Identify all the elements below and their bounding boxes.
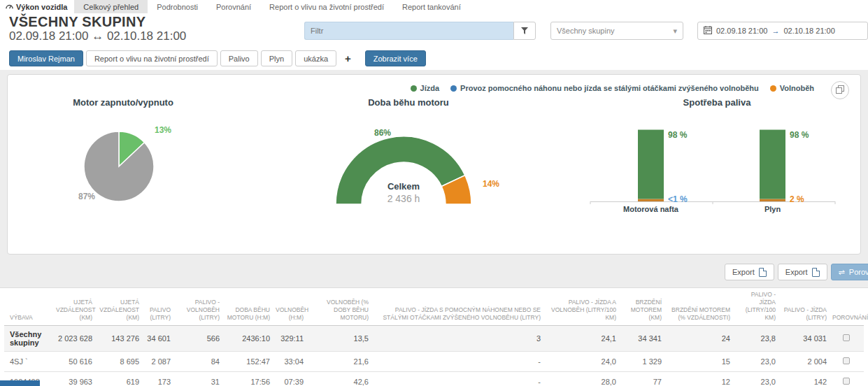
legend-item-2[interactable]: Volnoběh (770, 84, 814, 92)
chart-label: 2 436 h (387, 193, 420, 204)
table-row-0[interactable]: Všechny skupiny2 023 628143 27634 601566… (4, 326, 864, 352)
vehicles-table: VÝBAVAUJETÁ VZDÁLENOST (KM)UJETÁ VZDÁLEN… (4, 288, 864, 386)
filter-input[interactable] (304, 22, 513, 40)
tab-2[interactable]: Porovnání (207, 0, 260, 13)
row-value-0: 39 963 (55, 372, 97, 386)
row-value-6: 13,5 (308, 326, 373, 352)
group-select[interactable]: Všechny skupiny ▾ (550, 22, 683, 40)
pie-chart-title: Motor zapnuto/vypnuto (46, 97, 200, 108)
row-value-5: 329:11 (274, 326, 308, 352)
column-header-13[interactable]: PALIVO - JÍZDA (LITRY) (780, 288, 831, 326)
page-title: VŠECHNY SKUPINY (9, 14, 145, 30)
fuel-button[interactable]: Palivo (220, 50, 258, 66)
gauge-chart-title: Doba běhu motoru (332, 97, 485, 108)
calendar-icon (704, 26, 712, 36)
tab-4[interactable]: Report tankování (393, 0, 470, 13)
chart-legend: JízdaProvoz pomocného náhonu nebo jízda … (411, 84, 814, 92)
legend-label: Volnoběh (780, 84, 814, 92)
row-value-1: 143 276 (97, 326, 143, 352)
row-value-7: - (373, 372, 545, 386)
row-value-1: 619 (97, 372, 143, 386)
row-value-8: 24,0 (545, 352, 620, 372)
tab-3[interactable]: Report o vlivu na životní prostředí (260, 0, 393, 13)
legend-item-1[interactable]: Provoz pomocného náhonu nebo jízda se st… (450, 84, 759, 92)
filter-group (304, 22, 536, 40)
chart-label: Plyn (764, 205, 781, 213)
table-row-2[interactable]: 190440839 9636191733117:5607:3942,6-28,0… (4, 372, 864, 386)
compare-cell (831, 326, 864, 352)
pdf-file-icon (759, 268, 767, 277)
column-header-6[interactable]: VOLNOBĚH (H:M) (274, 288, 308, 326)
legend-dot-icon (411, 85, 417, 92)
copy-icon (836, 84, 844, 96)
charts-panel: 13%87%86%14%Celkem2 436 h98 %<1 %Motorov… (7, 74, 861, 255)
gauge-icon (6, 2, 13, 11)
compare-button[interactable]: ⇌ Porovnání (831, 264, 868, 280)
chart-label: 87% (78, 192, 95, 201)
row-value-8: 28,0 (545, 372, 620, 386)
top-navbar: Výkon vozidla Celkový přehledPodrobnosti… (0, 0, 868, 13)
show-more-button[interactable]: Zobrazit více (365, 50, 426, 66)
column-header-4[interactable]: PALIVO - VOLNOBĚH (LITRY) (175, 288, 224, 326)
column-header-9[interactable]: PALIVO - JÍZDA A VOLNOBĚH (LITRY/100 KM) (545, 288, 620, 326)
date-range-picker[interactable]: 02.09.18 21:00 → 02.10.18 21:00 (697, 22, 868, 40)
chart-label: <1 % (668, 194, 688, 204)
app-title: Výkon vozidla (0, 0, 74, 13)
report-env-button[interactable]: Report o vlivu na životní prostředí (86, 50, 218, 66)
filter-button[interactable] (513, 22, 536, 40)
row-value-10: 12 (666, 372, 734, 386)
column-header-10[interactable]: BRZDĚNÍ MOTOREM (KM) (620, 288, 666, 326)
export-xls-button[interactable]: Export (778, 264, 827, 280)
demo-button[interactable]: ukázka (295, 50, 336, 66)
column-header-1[interactable]: UJETÁ VZDÁLENOST (KM) (55, 288, 97, 326)
row-value-9: 1 329 (620, 352, 666, 372)
compare-checkbox[interactable] (843, 357, 850, 364)
vehicle-button[interactable]: Miroslav Rejman (9, 50, 83, 66)
row-value-5: 07:39 (274, 372, 308, 386)
row-value-1: 8 695 (97, 352, 143, 372)
tab-1[interactable]: Podrobnosti (148, 0, 207, 13)
compare-checkbox[interactable] (843, 378, 850, 385)
row-value-6: 21,6 (308, 352, 373, 372)
chart-label: 2 % (790, 194, 804, 204)
row-value-4: 2436:10 (224, 326, 274, 352)
compare-cell (831, 352, 864, 372)
row-value-12: 142 (780, 372, 831, 386)
bar-segment-jízda (760, 130, 785, 199)
row-name: Všechny skupiny (4, 326, 55, 352)
copy-button[interactable] (831, 81, 849, 99)
export-xls-label: Export (785, 268, 808, 276)
funnel-icon (521, 24, 528, 37)
toolbar: Miroslav Rejman Report o vlivu na životn… (9, 50, 426, 66)
row-value-7: - (373, 352, 545, 372)
bar-chart-title: Spotřeba paliva (640, 97, 794, 108)
column-header-8[interactable]: PALIVO - JÍZDA S POMOCNÝM NÁHONEM NEBO S… (373, 288, 545, 326)
column-header-14[interactable]: POROVNÁNÍ (831, 288, 864, 326)
legend-label: Provoz pomocného náhonu nebo jízda se st… (460, 84, 759, 92)
legend-label: Jízda (420, 84, 440, 92)
gas-button[interactable]: Plyn (261, 50, 292, 66)
column-header-12[interactable]: PALIVO - JÍZDA (LITRY/100 KM) (734, 288, 780, 326)
export-pdf-button[interactable]: Export (725, 264, 774, 280)
row-value-0: 50 616 (55, 352, 97, 372)
tab-0[interactable]: Celkový přehled (74, 0, 148, 13)
column-header-3[interactable]: PALIVO (LITRY) (143, 288, 175, 326)
table-header-row: VÝBAVAUJETÁ VZDÁLENOST (KM)UJETÁ VZDÁLEN… (4, 288, 864, 326)
chart-label: 98 % (790, 130, 809, 140)
add-button[interactable]: + (339, 50, 357, 66)
compare-checkbox[interactable] (843, 334, 850, 341)
row-value-9: 77 (620, 372, 666, 386)
column-header-11[interactable]: BRZDĚNÍ MOTOREM (% VZDÁLENOSTI) (666, 288, 734, 326)
row-value-6: 42,6 (308, 372, 373, 386)
compare-cell (831, 372, 864, 386)
chart-label: 13% (155, 125, 171, 135)
column-header-2[interactable]: UJETÁ VZDÁLENOST (KM) (97, 288, 143, 326)
table-row-1[interactable]: 4SJ `50 6168 6952 08784152:4733:0421,6-2… (4, 352, 864, 372)
column-header-7[interactable]: VOLNOBĚH (% DOBY BĚHU MOTORU) (308, 288, 373, 326)
bar-segment-volnoběh (638, 199, 664, 202)
row-value-5: 33:04 (274, 352, 308, 372)
column-header-0[interactable]: VÝBAVA (4, 288, 55, 326)
column-header-5[interactable]: DOBA BĚHU MOTORU (H:M) (224, 288, 274, 326)
row-value-8: 24,1 (545, 326, 620, 352)
legend-item-0[interactable]: Jízda (411, 84, 440, 92)
